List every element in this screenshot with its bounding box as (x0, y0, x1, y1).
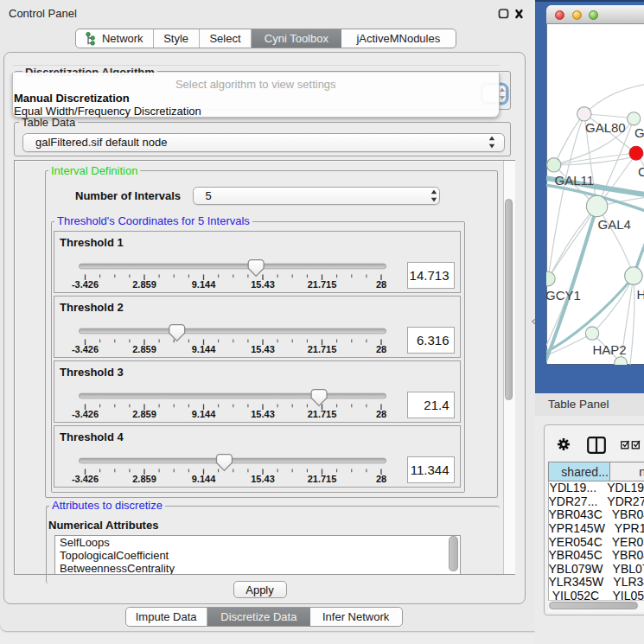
svg-text:-3.426: -3.426 (72, 279, 99, 290)
svg-text:2.859: 2.859 (132, 409, 156, 419)
svg-text:9.144: 9.144 (192, 279, 216, 290)
svg-text:15.43: 15.43 (251, 344, 275, 354)
svg-text:GAL4: GAL4 (598, 217, 631, 232)
svg-text:GAL80: GAL80 (585, 120, 626, 135)
svg-text:GAL11: GAL11 (555, 173, 595, 188)
svg-text:-3.426: -3.426 (72, 409, 99, 419)
svg-text:28: 28 (376, 474, 386, 484)
svg-text:28: 28 (376, 344, 386, 354)
svg-text:28: 28 (376, 279, 386, 290)
svg-text:GCY1: GCY1 (546, 288, 581, 303)
svg-text:9.144: 9.144 (192, 344, 216, 354)
svg-text:15.43: 15.43 (251, 474, 275, 484)
svg-text:9.144: 9.144 (192, 409, 216, 419)
svg-text:21.715: 21.715 (308, 279, 337, 290)
svg-text:2.859: 2.859 (132, 474, 156, 484)
svg-text:15.43: 15.43 (251, 409, 275, 419)
svg-text:-3.426: -3.426 (72, 344, 99, 354)
svg-text:2.859: 2.859 (132, 344, 156, 354)
svg-text:GA: GA (634, 125, 644, 140)
svg-text:HAP2: HAP2 (593, 341, 627, 356)
svg-text:28: 28 (376, 409, 386, 419)
svg-text:C: C (638, 164, 644, 179)
svg-text:21.715: 21.715 (308, 344, 337, 354)
svg-text:-3.426: -3.426 (72, 474, 99, 484)
svg-text:15.43: 15.43 (251, 279, 275, 290)
svg-text:9.144: 9.144 (192, 474, 216, 484)
svg-text:21.715: 21.715 (308, 474, 337, 484)
svg-text:2.859: 2.859 (132, 279, 156, 290)
svg-text:H: H (637, 287, 644, 302)
svg-text:21.715: 21.715 (308, 409, 337, 419)
